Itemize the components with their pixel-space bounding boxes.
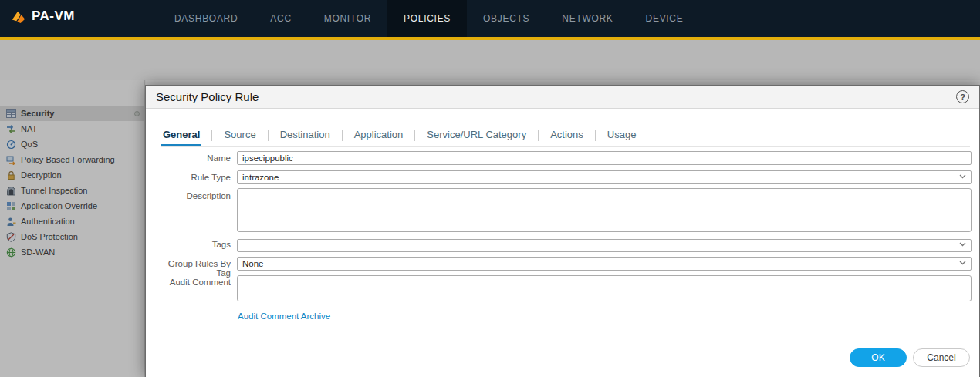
nav-monitor[interactable]: MONITOR [308, 0, 387, 37]
audit-comment-field-wrap [237, 275, 972, 301]
description-label: Description [157, 191, 231, 200]
tags-label: Tags [157, 240, 231, 249]
tab-divider [538, 130, 539, 141]
tab-general[interactable]: General [161, 129, 201, 146]
name-label: Name [157, 153, 231, 163]
ok-button[interactable]: OK [850, 348, 907, 367]
tab-application[interactable]: Application [353, 129, 405, 146]
audit-comment-textarea[interactable] [237, 275, 972, 301]
rule-type-select[interactable] [237, 170, 972, 184]
tab-divider [414, 130, 415, 141]
cancel-button[interactable]: Cancel [913, 348, 970, 367]
name-field-wrap [237, 150, 972, 164]
nav-objects[interactable]: OBJECTS [467, 0, 546, 37]
group-rules-field-wrap [237, 256, 972, 270]
tab-destination[interactable]: Destination [279, 129, 332, 146]
group-rules-by-tag-select[interactable] [237, 257, 972, 271]
chevron-down-icon[interactable] [959, 174, 966, 179]
brand-logo: PA-VM [11, 8, 75, 24]
help-icon[interactable]: ? [956, 90, 969, 103]
tab-service-url-category[interactable]: Service/URL Category [425, 129, 528, 146]
dialog-header: Security Policy Rule ? [146, 86, 979, 109]
dialog-title: Security Policy Rule [156, 90, 259, 103]
description-field-wrap [237, 188, 972, 232]
chevron-down-icon[interactable] [959, 242, 966, 247]
tabs-divider-line [161, 146, 970, 147]
nav-policies[interactable]: POLICIES [387, 0, 467, 37]
tags-field-wrap [237, 237, 972, 251]
dialog-tabs: General Source Destination Application S… [161, 126, 637, 146]
brand-name: PA-VM [32, 8, 75, 24]
dialog-actions: OK Cancel [850, 348, 970, 367]
flame-logo-icon [11, 8, 26, 24]
nav-device[interactable]: DEVICE [630, 0, 700, 37]
description-textarea[interactable] [237, 188, 972, 232]
rule-type-label: Rule Type [157, 173, 231, 182]
tags-select[interactable] [237, 239, 972, 252]
security-policy-rule-dialog: Security Policy Rule ? General Source De… [145, 85, 980, 377]
tab-divider [595, 130, 596, 141]
rule-type-field-wrap [237, 170, 972, 183]
tab-usage[interactable]: Usage [606, 129, 638, 146]
tab-source[interactable]: Source [222, 129, 257, 146]
nav-network[interactable]: NETWORK [546, 0, 629, 37]
tab-divider [211, 130, 212, 141]
tab-divider [268, 130, 269, 141]
name-input[interactable] [237, 151, 972, 165]
chevron-down-icon[interactable] [959, 261, 966, 265]
nav-acc[interactable]: ACC [254, 0, 307, 37]
group-rules-by-tag-label: Group Rules By Tag [157, 259, 231, 278]
audit-comment-label: Audit Comment [157, 278, 231, 287]
tab-actions[interactable]: Actions [549, 129, 585, 146]
tab-divider [342, 130, 343, 141]
nav-dashboard[interactable]: DASHBOARD [158, 0, 254, 37]
audit-comment-archive-link[interactable]: Audit Comment Archive [238, 311, 330, 321]
top-header: PA-VM DASHBOARD ACC MONITOR POLICIES OBJ… [0, 0, 980, 37]
main-nav: DASHBOARD ACC MONITOR POLICIES OBJECTS N… [158, 0, 699, 37]
